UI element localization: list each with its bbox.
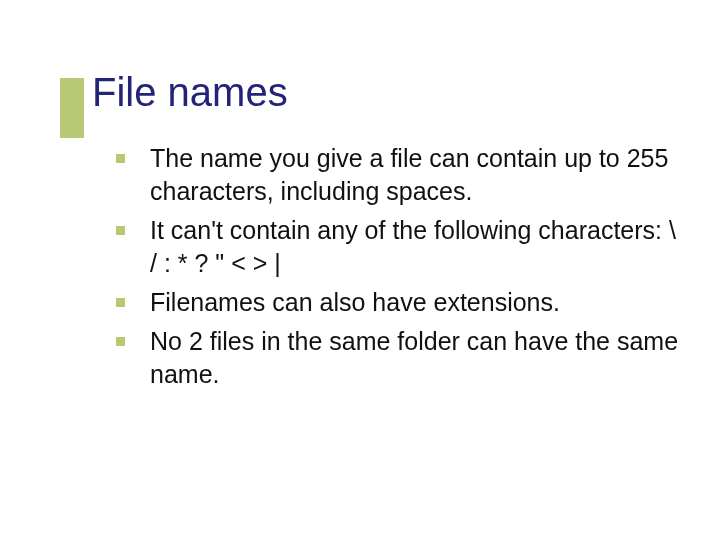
list-item: Filenames can also have extensions. [116, 286, 680, 319]
slide: File names The name you give a file can … [0, 0, 720, 540]
bullet-list: The name you give a file can contain up … [116, 142, 680, 391]
list-item: It can't contain any of the following ch… [116, 214, 680, 280]
slide-title: File names [92, 70, 680, 114]
list-item: The name you give a file can contain up … [116, 142, 680, 208]
list-item: No 2 files in the same folder can have t… [116, 325, 680, 391]
title-accent-bar [60, 78, 84, 138]
